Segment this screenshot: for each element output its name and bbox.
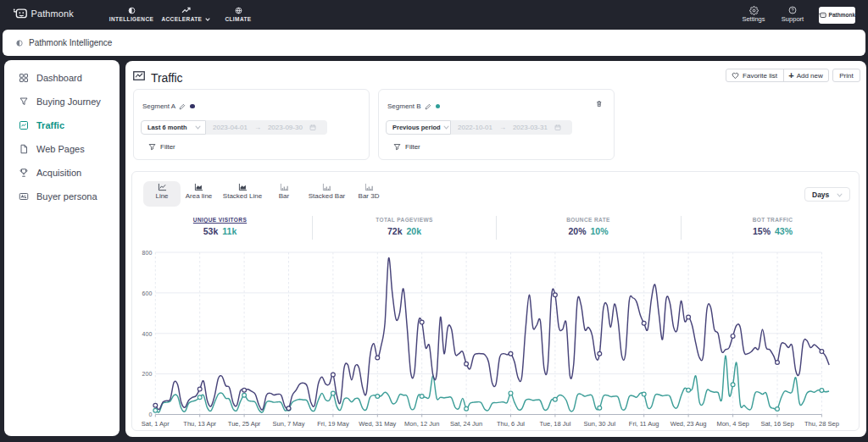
svg-text:Sun, 30 Jul: Sun, 30 Jul: [584, 420, 616, 428]
svg-text:Thu, 6 Jul: Thu, 6 Jul: [497, 420, 525, 428]
svg-text:Mon, 4 Sep: Mon, 4 Sep: [716, 420, 748, 428]
svg-text:Mon, 12 Jun: Mon, 12 Jun: [404, 420, 439, 428]
svg-text:0: 0: [148, 412, 152, 417]
svg-text:600: 600: [142, 290, 153, 296]
svg-text:Sat, 1 Apr: Sat, 1 Apr: [142, 420, 170, 428]
svg-text:Thu, 13 Apr: Thu, 13 Apr: [183, 420, 216, 428]
svg-text:400: 400: [142, 331, 153, 337]
svg-text:Fri, 11 Aug: Fri, 11 Aug: [629, 420, 659, 428]
svg-text:Thu, 28 Sep: Thu, 28 Sep: [804, 420, 839, 428]
svg-text:Sat, 24 Jun: Sat, 24 Jun: [450, 420, 482, 428]
svg-text:Sun, 7 May: Sun, 7 May: [273, 420, 305, 428]
svg-text:Wed, 23 Aug: Wed, 23 Aug: [670, 420, 707, 428]
svg-text:Tue, 25 Apr: Tue, 25 Apr: [228, 420, 261, 428]
svg-text:800: 800: [142, 250, 153, 256]
svg-text:Tue, 18 Jul: Tue, 18 Jul: [539, 420, 570, 428]
svg-text:200: 200: [142, 371, 153, 377]
svg-text:Sat, 16 Sep: Sat, 16 Sep: [760, 420, 793, 428]
svg-text:Fri, 19 May: Fri, 19 May: [317, 420, 349, 428]
svg-text:Wed, 31 May: Wed, 31 May: [359, 420, 396, 428]
